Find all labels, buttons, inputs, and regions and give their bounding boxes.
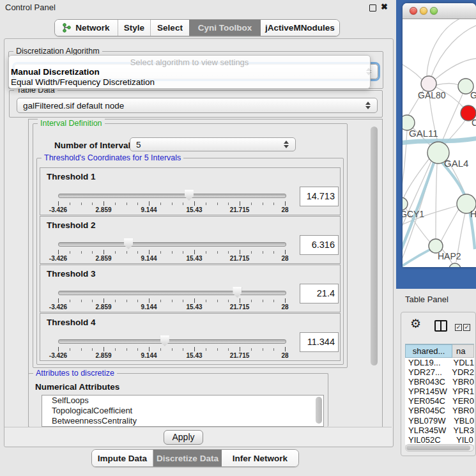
- checkbox-icon[interactable]: ✓: [463, 324, 470, 331]
- threshold-value-field[interactable]: 11.344: [300, 332, 339, 352]
- table-row[interactable]: YBL079WYBL0: [405, 416, 474, 426]
- close-icon[interactable]: ✖: [381, 2, 388, 12]
- table-data-combobox[interactable]: galFiltered.sif default node: [17, 98, 378, 113]
- table-row[interactable]: YDL19...YDL1: [405, 358, 474, 367]
- cell-name[interactable]: YDL1: [449, 358, 474, 367]
- table-row[interactable]: YBR045CYBR0: [405, 406, 474, 415]
- cell-shared-name[interactable]: YDR27...: [405, 367, 448, 377]
- cell-shared-name[interactable]: YER054C: [405, 396, 449, 406]
- threshold-slider-thumb[interactable]: [160, 335, 169, 346]
- table-row[interactable]: YPR145WYPR1: [405, 387, 474, 396]
- threshold-slider-thumb[interactable]: [124, 238, 133, 249]
- cell-shared-name[interactable]: YPR145W: [405, 387, 449, 396]
- vertical-scrollbar[interactable]: [371, 127, 378, 365]
- tab-impute-data[interactable]: Impute Data: [92, 450, 153, 466]
- tab-discretize-data[interactable]: Discretize Data: [153, 450, 222, 466]
- network-nodes[interactable]: [403, 76, 476, 267]
- cell-shared-name[interactable]: YIL052C: [405, 435, 452, 445]
- tick-mark: [81, 348, 82, 351]
- network-window-titlebar[interactable]: [403, 3, 476, 19]
- cell-name[interactable]: YLR3: [449, 426, 474, 435]
- cell-name[interactable]: YBR0: [449, 406, 474, 415]
- node-label: GAL11: [409, 128, 438, 139]
- cell-shared-name[interactable]: YDL19...: [405, 358, 449, 367]
- table-row[interactable]: YIL052CYIL0: [405, 435, 474, 445]
- horizontal-scrollbar-thumb[interactable]: [406, 445, 470, 450]
- cell-shared-name[interactable]: YLR345W: [405, 426, 449, 435]
- threshold-slider-track[interactable]: [58, 339, 286, 344]
- cell-name[interactable]: YER0: [449, 396, 474, 406]
- tab-select[interactable]: Select: [151, 20, 189, 36]
- threshold-value-field[interactable]: 14.713: [300, 187, 339, 206]
- apply-button[interactable]: Apply: [164, 430, 203, 445]
- number-of-intervals-combobox[interactable]: 5: [130, 137, 296, 151]
- attribute-list-item[interactable]: BetweennessCentrality: [42, 416, 323, 426]
- tick-mark: [206, 251, 206, 254]
- tick-mark: [273, 348, 274, 351]
- axis-tick-label: 9.144: [141, 255, 157, 262]
- group-title: Attributes to discretize: [33, 369, 117, 378]
- tab-style[interactable]: Style: [118, 20, 151, 36]
- cell-shared-name[interactable]: YBR045C: [405, 406, 449, 415]
- table-row[interactable]: YBR043CYBR0: [405, 377, 474, 387]
- tick-mark: [70, 348, 70, 351]
- zoom-window-icon[interactable]: [430, 7, 438, 15]
- node-gcy1[interactable]: [403, 197, 408, 210]
- threshold-value-field[interactable]: 21.4: [300, 284, 339, 303]
- node-gal80[interactable]: [421, 76, 436, 91]
- tick-mark: [81, 251, 82, 254]
- tab-label: Infer Network: [233, 454, 288, 463]
- cell-shared-name[interactable]: YBL079W: [405, 416, 450, 426]
- table-row[interactable]: YER054CYER0: [405, 396, 474, 406]
- float-window-icon[interactable]: [369, 4, 376, 12]
- checkbox-icon[interactable]: ✓: [455, 324, 462, 331]
- list-scrollbar[interactable]: [316, 397, 322, 424]
- minimize-window-icon[interactable]: [420, 7, 427, 15]
- attribute-list-item[interactable]: SelfLoops: [42, 395, 323, 406]
- axis-tick-label: 21.715: [230, 206, 250, 213]
- column-header-shared-name[interactable]: shared...: [405, 344, 452, 358]
- cell-name[interactable]: YBL0: [450, 416, 474, 426]
- cell-name[interactable]: YBR0: [449, 377, 474, 387]
- network-canvas[interactable]: GAL80 G C GAL11 GAL4 GCY1 H HAP2: [403, 19, 476, 267]
- network-view-window[interactable]: GAL80 G C GAL11 GAL4 GCY1 H HAP2: [403, 3, 476, 267]
- horizontal-scrollbar[interactable]: [405, 444, 474, 452]
- threshold-slider-track[interactable]: [58, 291, 286, 295]
- dropdown-option-equal-width-frequency[interactable]: Equal Width/Frequency Discretization: [11, 77, 155, 87]
- tick-mark: [104, 298, 104, 303]
- column-header-name[interactable]: na: [452, 344, 474, 358]
- threshold-value-field[interactable]: 6.316: [300, 235, 339, 255]
- cell-name[interactable]: YIL0: [452, 435, 474, 445]
- tab-label: Network: [75, 23, 109, 33]
- tick-mark: [58, 250, 59, 254]
- node-partial-bottom[interactable]: [449, 263, 461, 267]
- attribute-list-item[interactable]: TopologicalCoefficient: [42, 406, 323, 416]
- tick-mark: [217, 348, 218, 351]
- table-rows: YDL19...YDL1YDR27...YDR2YBR043CYBR0YPR14…: [405, 358, 474, 445]
- threshold-slider-track[interactable]: [58, 194, 286, 198]
- table-row[interactable]: YDR27...YDR2: [405, 367, 474, 377]
- tick-mark: [285, 298, 286, 303]
- split-column-icon[interactable]: [434, 320, 447, 332]
- table-row[interactable]: YLR345WYLR3: [405, 426, 474, 435]
- tab-infer-network[interactable]: Infer Network: [222, 450, 298, 466]
- tab-jactivemnodules[interactable]: jActiveMNodules: [261, 20, 339, 36]
- threshold-slider-thumb[interactable]: [185, 190, 194, 201]
- tab-network[interactable]: Network: [55, 20, 118, 36]
- tick-mark: [251, 251, 252, 254]
- close-window-icon[interactable]: [410, 7, 417, 15]
- control-panel-tabs: Network Style Select Cyni Toolbox jActiv…: [54, 19, 340, 36]
- numerical-attributes-list[interactable]: SelfLoopsTopologicalCoefficientBetweenne…: [42, 395, 324, 427]
- cell-name[interactable]: YDR2: [448, 367, 474, 377]
- threshold-slider-track[interactable]: [58, 242, 286, 247]
- tick-mark: [183, 300, 183, 302]
- cell-name[interactable]: YPR1: [449, 387, 474, 396]
- node-label: GAL80: [418, 90, 446, 100]
- tick-mark: [137, 348, 138, 351]
- cell-shared-name[interactable]: YBR043C: [405, 377, 449, 387]
- axis-tick-label: 28: [281, 206, 288, 213]
- gear-icon[interactable]: ⚙: [410, 316, 421, 331]
- threshold-slider-thumb[interactable]: [233, 287, 242, 298]
- dropdown-option-manual-discretization[interactable]: Manual Discretization: [11, 67, 100, 77]
- tab-cyni-toolbox[interactable]: Cyni Toolbox: [189, 20, 261, 36]
